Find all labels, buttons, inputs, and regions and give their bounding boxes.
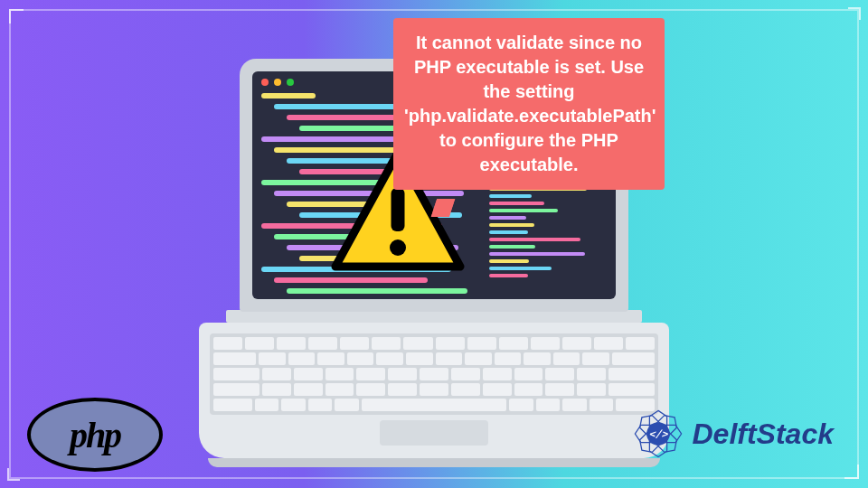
key	[590, 399, 614, 411]
key	[213, 399, 252, 411]
key	[326, 383, 354, 396]
code-line	[261, 93, 316, 99]
key	[514, 368, 543, 380]
key	[259, 352, 286, 365]
key	[326, 368, 354, 380]
key	[255, 399, 279, 411]
key	[362, 399, 506, 411]
key	[577, 368, 606, 380]
key	[483, 368, 512, 380]
key	[340, 337, 369, 350]
key	[553, 352, 580, 365]
brand-name: DelftStack	[693, 418, 835, 451]
key	[609, 383, 655, 396]
code-line	[287, 288, 467, 294]
key	[308, 337, 337, 350]
code-line	[489, 245, 535, 249]
key	[562, 399, 587, 411]
key	[277, 337, 306, 350]
key	[262, 368, 291, 380]
code-line	[489, 259, 529, 263]
key	[562, 337, 591, 350]
key	[347, 352, 374, 365]
code-line	[489, 216, 526, 220]
key	[406, 352, 433, 365]
code-line	[489, 209, 558, 212]
svg-point-2	[390, 239, 406, 256]
trackpad	[380, 420, 488, 446]
minimize-dot-icon	[274, 79, 281, 86]
code-line	[489, 252, 585, 256]
key	[467, 337, 496, 350]
key	[536, 399, 561, 411]
key	[577, 383, 606, 396]
key	[531, 337, 560, 350]
key	[356, 368, 385, 380]
key	[626, 337, 655, 350]
key	[376, 352, 403, 365]
key	[524, 352, 551, 365]
key	[594, 337, 623, 350]
code-line	[489, 238, 580, 241]
key	[213, 337, 242, 350]
maximize-dot-icon	[287, 79, 294, 86]
key	[403, 337, 432, 350]
close-dot-icon	[261, 79, 269, 86]
key	[612, 352, 655, 365]
key	[451, 368, 480, 380]
key	[294, 368, 323, 380]
key	[514, 383, 543, 396]
code-line	[489, 267, 552, 270]
key	[545, 383, 574, 396]
key	[294, 383, 323, 396]
php-logo: php	[27, 398, 163, 472]
key	[388, 368, 417, 380]
key	[335, 399, 359, 411]
key	[436, 337, 465, 350]
key	[436, 352, 463, 365]
php-logo-text: php	[70, 414, 120, 456]
key	[545, 368, 574, 380]
key	[483, 383, 512, 396]
key	[213, 368, 259, 380]
brand-logo: </> DelftStack	[629, 405, 835, 463]
key	[288, 352, 316, 365]
key	[262, 383, 291, 396]
key	[356, 383, 385, 396]
key	[281, 399, 306, 411]
key	[451, 383, 480, 396]
key	[245, 337, 274, 350]
key	[509, 399, 533, 411]
code-line	[489, 202, 544, 205]
code-line	[489, 223, 534, 227]
key	[317, 352, 344, 365]
code-line	[489, 230, 528, 234]
laptop-keyboard	[199, 310, 669, 467]
code-line	[489, 194, 532, 198]
window-traffic-lights	[261, 79, 294, 86]
key	[582, 352, 609, 365]
svg-rect-1	[392, 188, 405, 231]
key	[609, 368, 655, 380]
delftstack-badge-icon: </>	[629, 405, 687, 463]
error-speech-bubble: It cannot validate since no PHP executab…	[393, 18, 665, 190]
code-line	[489, 274, 528, 277]
frame-corner	[848, 7, 861, 20]
svg-text:</>: </>	[648, 427, 668, 440]
key	[388, 383, 417, 396]
key	[420, 383, 448, 396]
error-message-text: It cannot validate since no PHP executab…	[404, 33, 656, 174]
key	[372, 337, 401, 350]
code-line	[261, 136, 406, 142]
key	[308, 399, 333, 411]
frame-corner	[7, 468, 20, 481]
key	[420, 368, 448, 380]
key	[465, 352, 492, 365]
key	[495, 352, 522, 365]
key	[213, 352, 256, 365]
key	[499, 337, 528, 350]
key	[213, 383, 259, 396]
